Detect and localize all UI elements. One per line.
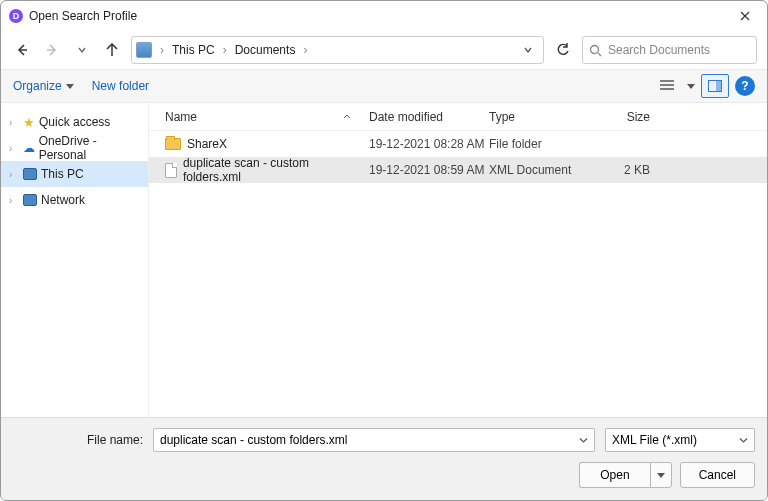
sidebar: › ★ Quick access › ☁ OneDrive - Personal… bbox=[1, 103, 149, 417]
sort-indicator bbox=[343, 113, 351, 121]
filetype-select[interactable]: XML File (*.xml) bbox=[605, 428, 755, 452]
file-type: XML Document bbox=[489, 163, 584, 177]
expand-icon[interactable]: › bbox=[9, 169, 19, 180]
open-file-dialog: D Open Search Profile › This PC › Docume… bbox=[0, 0, 768, 501]
open-dropdown[interactable] bbox=[650, 462, 672, 488]
cloud-icon: ☁ bbox=[23, 141, 35, 155]
crumb-documents[interactable]: Documents bbox=[231, 41, 300, 59]
chevron-down-icon[interactable] bbox=[739, 436, 748, 445]
crumb-this-pc[interactable]: This PC bbox=[168, 41, 219, 59]
forward-button[interactable] bbox=[41, 37, 63, 63]
expand-icon[interactable]: › bbox=[9, 143, 19, 154]
preview-pane-button[interactable] bbox=[701, 74, 729, 98]
chevron-down-icon bbox=[66, 84, 74, 89]
expand-icon[interactable]: › bbox=[9, 117, 19, 128]
file-name: duplicate scan - custom folders.xml bbox=[183, 156, 369, 184]
new-folder-button[interactable]: New folder bbox=[92, 79, 149, 93]
file-size: 2 KB bbox=[584, 163, 664, 177]
title-bar: D Open Search Profile bbox=[1, 1, 767, 31]
chevron-right-icon[interactable]: › bbox=[158, 43, 166, 57]
file-date: 19-12-2021 08:59 AM bbox=[369, 163, 489, 177]
filename-label: File name: bbox=[13, 433, 143, 447]
chevron-down-icon[interactable] bbox=[579, 436, 588, 445]
svg-rect-2 bbox=[716, 81, 722, 92]
this-pc-icon bbox=[136, 42, 152, 58]
open-button[interactable]: Open bbox=[579, 462, 649, 488]
folder-icon bbox=[165, 138, 181, 150]
column-name[interactable]: Name bbox=[159, 110, 369, 124]
sidebar-item-quick-access[interactable]: › ★ Quick access bbox=[1, 109, 148, 135]
file-row-xml[interactable]: duplicate scan - custom folders.xml 19-1… bbox=[149, 157, 767, 183]
footer: File name: duplicate scan - custom folde… bbox=[1, 417, 767, 500]
sidebar-item-network[interactable]: › Network bbox=[1, 187, 148, 213]
search-icon bbox=[589, 44, 602, 57]
sidebar-item-label: Network bbox=[41, 193, 85, 207]
sidebar-item-this-pc[interactable]: › This PC bbox=[1, 161, 148, 187]
sidebar-item-label: Quick access bbox=[39, 115, 110, 129]
file-header: Name Date modified Type Size bbox=[149, 103, 767, 131]
toolbar: Organize New folder ? bbox=[1, 69, 767, 103]
svg-point-0 bbox=[591, 45, 599, 53]
recent-dropdown[interactable] bbox=[71, 37, 93, 63]
sidebar-item-onedrive[interactable]: › ☁ OneDrive - Personal bbox=[1, 135, 148, 161]
view-dropdown[interactable] bbox=[687, 84, 695, 89]
search-box[interactable]: Search Documents bbox=[582, 36, 757, 64]
column-size[interactable]: Size bbox=[584, 110, 664, 124]
file-icon bbox=[165, 163, 177, 178]
up-button[interactable] bbox=[101, 37, 123, 63]
window-title: Open Search Profile bbox=[29, 9, 731, 23]
app-icon: D bbox=[9, 9, 23, 23]
back-button[interactable] bbox=[11, 37, 33, 63]
chevron-down-icon bbox=[657, 473, 665, 478]
sidebar-item-label: OneDrive - Personal bbox=[39, 134, 144, 162]
file-type: File folder bbox=[489, 137, 584, 151]
filename-input[interactable]: duplicate scan - custom folders.xml bbox=[153, 428, 595, 452]
pc-icon bbox=[23, 168, 37, 180]
address-dropdown[interactable] bbox=[517, 45, 539, 55]
file-date: 19-12-2021 08:28 AM bbox=[369, 137, 489, 151]
star-icon: ★ bbox=[23, 115, 35, 130]
nav-row: › This PC › Documents › Search Documents bbox=[1, 31, 767, 69]
chevron-right-icon[interactable]: › bbox=[221, 43, 229, 57]
sidebar-item-label: This PC bbox=[41, 167, 84, 181]
address-bar[interactable]: › This PC › Documents › bbox=[131, 36, 544, 64]
button-row: Open Cancel bbox=[13, 462, 755, 488]
organize-menu[interactable]: Organize bbox=[13, 79, 74, 93]
expand-icon[interactable]: › bbox=[9, 195, 19, 206]
filename-value: duplicate scan - custom folders.xml bbox=[160, 433, 347, 447]
column-date[interactable]: Date modified bbox=[369, 110, 489, 124]
view-list-button[interactable] bbox=[653, 74, 681, 98]
close-button[interactable] bbox=[731, 5, 759, 27]
cancel-button[interactable]: Cancel bbox=[680, 462, 755, 488]
column-type[interactable]: Type bbox=[489, 110, 584, 124]
file-name: ShareX bbox=[187, 137, 227, 151]
filetype-value: XML File (*.xml) bbox=[612, 433, 697, 447]
network-icon bbox=[23, 194, 37, 206]
search-placeholder: Search Documents bbox=[608, 43, 710, 57]
help-button[interactable]: ? bbox=[735, 76, 755, 96]
file-row-folder[interactable]: ShareX 19-12-2021 08:28 AM File folder bbox=[149, 131, 767, 157]
body: › ★ Quick access › ☁ OneDrive - Personal… bbox=[1, 103, 767, 417]
chevron-right-icon[interactable]: › bbox=[301, 43, 309, 57]
file-pane: Name Date modified Type Size ShareX 19-1… bbox=[149, 103, 767, 417]
refresh-button[interactable] bbox=[552, 37, 574, 63]
